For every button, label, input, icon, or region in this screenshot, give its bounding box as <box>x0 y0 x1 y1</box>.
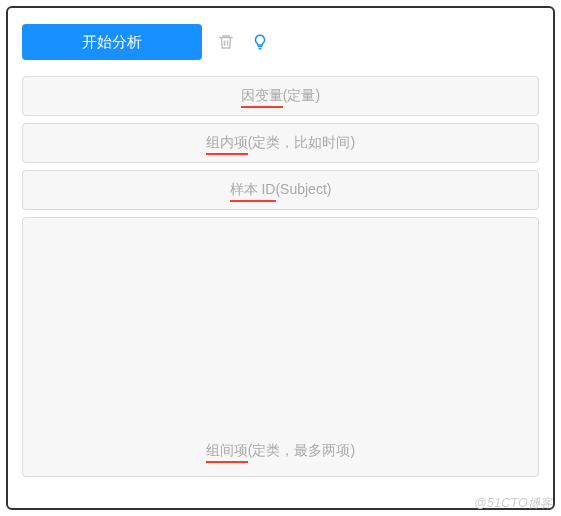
within-group-label: 组内项(定类，比如时间) <box>206 134 355 152</box>
toolbar: 开始分析 <box>22 24 539 60</box>
dependent-variable-label: 因变量(定量) <box>241 87 320 105</box>
between-group-label: 组间项(定类，最多两项) <box>206 442 355 460</box>
subject-id-dropzone[interactable]: 样本 ID(Subject) <box>22 170 539 210</box>
subject-id-label: 样本 ID(Subject) <box>230 181 332 199</box>
analysis-panel: 开始分析 因变量(定量) 组内项(定类，比如时间) <box>6 6 555 510</box>
within-group-dropzone[interactable]: 组内项(定类，比如时间) <box>22 123 539 163</box>
start-analysis-button[interactable]: 开始分析 <box>22 24 202 60</box>
delete-icon[interactable] <box>216 32 236 52</box>
lightbulb-icon[interactable] <box>250 32 270 52</box>
dependent-variable-dropzone[interactable]: 因变量(定量) <box>22 76 539 116</box>
between-group-dropzone[interactable]: 组间项(定类，最多两项) <box>22 217 539 477</box>
watermark-text: @51CTO博客 <box>474 495 553 512</box>
